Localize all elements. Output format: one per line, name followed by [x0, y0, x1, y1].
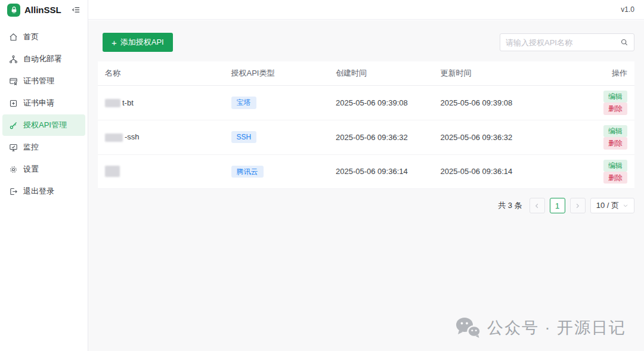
monitor-icon: [8, 142, 18, 152]
toolbar: + 添加授权API: [98, 33, 634, 52]
app-version: v1.0: [621, 5, 634, 14]
home-icon: [8, 32, 18, 42]
sidebar-item-auto-deploy[interactable]: 自动化部署: [2, 48, 85, 70]
sidebar-item-label: 退出登录: [23, 186, 54, 197]
cell-name: -ssh: [98, 120, 224, 154]
api-type-badge: SSH: [231, 131, 257, 143]
cell-created: 2025-05-06 09:36:32: [329, 120, 434, 154]
cell-created: 2025-05-06 09:39:08: [329, 86, 434, 120]
redacted-name-block: [105, 166, 120, 177]
table-header-row: 名称 授权API类型 创建时间 更新时间 操作: [98, 61, 634, 86]
search-box: [500, 33, 634, 51]
prev-page-button[interactable]: [530, 198, 545, 213]
page-size-value: 10 / 页: [596, 200, 619, 211]
cell-updated: 2025-05-06 09:39:08: [434, 86, 562, 120]
watermark-text: 公众号 · 开源日记: [487, 317, 626, 338]
app-title: AllinSSL: [24, 5, 72, 15]
cert-manage-icon: [8, 76, 18, 86]
column-header-updated: 更新时间: [434, 61, 562, 86]
api-table: 名称 授权API类型 创建时间 更新时间 操作 t-bt 宝塔 2025-05-…: [98, 61, 634, 189]
api-type-badge: 腾讯云: [231, 166, 264, 178]
key-icon: [8, 120, 18, 130]
sidebar-item-cert-manage[interactable]: 证书管理: [2, 70, 85, 92]
edit-button[interactable]: 编辑: [603, 160, 627, 172]
delete-button[interactable]: 删除: [603, 102, 627, 114]
sidebar: AllinSSL 首页: [0, 0, 88, 351]
sidebar-item-label: 证书管理: [23, 76, 54, 86]
sidebar-item-label: 证书申请: [23, 98, 54, 108]
search-icon[interactable]: [620, 38, 628, 46]
api-type-badge: 宝塔: [231, 97, 256, 108]
logo-row: AllinSSL: [0, 0, 88, 20]
cert-apply-icon: [8, 98, 18, 108]
sidebar-item-cert-apply[interactable]: 证书申请: [2, 92, 85, 114]
plus-icon: +: [112, 38, 117, 47]
gear-icon: [8, 164, 18, 174]
edit-button[interactable]: 编辑: [603, 91, 627, 102]
sidebar-item-label: 授权API管理: [23, 120, 67, 131]
search-input[interactable]: [506, 38, 620, 47]
watermark: 公众号 · 开源日记: [455, 316, 626, 339]
chevron-down-icon: [623, 203, 628, 209]
column-header-type: 授权API类型: [224, 61, 329, 86]
sidebar-item-label: 首页: [23, 32, 39, 42]
sidebar-item-monitor[interactable]: 监控: [2, 136, 85, 158]
table-row: -ssh SSH 2025-05-06 09:36:32 2025-05-06 …: [98, 120, 634, 154]
page-size-select[interactable]: 10 / 页: [590, 198, 634, 213]
column-header-created: 创建时间: [329, 61, 434, 86]
sidebar-item-label: 设置: [23, 164, 39, 175]
name-text: t-bt: [122, 98, 134, 107]
name-text: -ssh: [125, 132, 140, 141]
sidebar-menu: 首页 自动化部署 证书管理: [0, 20, 88, 202]
cell-name: [98, 154, 224, 189]
pagination-total: 共 3 条: [498, 200, 522, 211]
sidebar-item-logout[interactable]: 退出登录: [2, 181, 85, 202]
cell-updated: 2025-05-06 09:36:32: [434, 120, 562, 154]
sidebar-item-settings[interactable]: 设置: [2, 159, 85, 180]
delete-button[interactable]: 删除: [603, 172, 627, 184]
cell-created: 2025-05-06 09:36:14: [329, 154, 434, 189]
table-row: t-bt 宝塔 2025-05-06 09:39:08 2025-05-06 0…: [98, 86, 634, 120]
cell-updated: 2025-05-06 09:36:14: [434, 154, 562, 189]
topbar: v1.0: [88, 0, 644, 20]
column-header-actions: 操作: [562, 61, 635, 86]
app-logo-lock-icon: [7, 4, 20, 17]
main-content: + 添加授权API 名称 授权API类型 创建时间 更新时间 操作: [88, 20, 644, 351]
sidebar-collapse-icon[interactable]: [72, 5, 80, 14]
redacted-name-block: [105, 99, 120, 107]
sidebar-item-home[interactable]: 首页: [2, 26, 85, 48]
pagination: 共 3 条 1 10 / 页: [98, 198, 634, 213]
logout-icon: [8, 187, 18, 196]
deploy-icon: [8, 54, 18, 64]
sidebar-item-label: 自动化部署: [23, 54, 62, 64]
wechat-icon: [455, 316, 481, 339]
delete-button[interactable]: 删除: [603, 137, 627, 149]
column-header-name: 名称: [98, 61, 224, 86]
edit-button[interactable]: 编辑: [603, 125, 627, 137]
add-api-button-label: 添加授权API: [120, 37, 164, 48]
page-number-button[interactable]: 1: [550, 198, 565, 213]
table-row: 腾讯云 2025-05-06 09:36:14 2025-05-06 09:36…: [98, 154, 634, 189]
sidebar-item-label: 监控: [23, 142, 39, 153]
add-api-button[interactable]: + 添加授权API: [103, 33, 173, 52]
sidebar-item-api-manage[interactable]: 授权API管理: [2, 114, 85, 136]
next-page-button[interactable]: [570, 198, 586, 213]
cell-name: t-bt: [98, 86, 224, 120]
redacted-name-block: [105, 133, 123, 142]
